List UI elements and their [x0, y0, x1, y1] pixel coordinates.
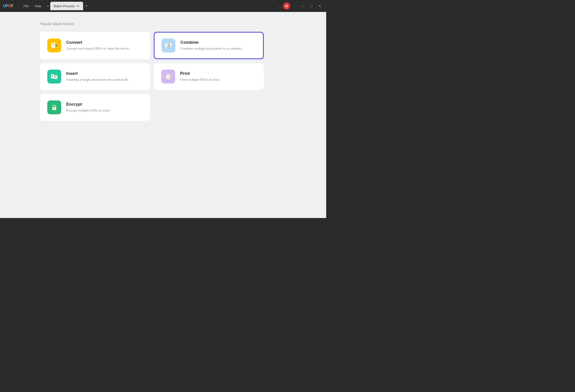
- logo-d: F: [11, 4, 13, 8]
- combine-text: Combine Combine multiple documents to a …: [180, 40, 256, 51]
- svg-rect-13: [167, 78, 169, 79]
- close-button[interactable]: ✕: [316, 3, 323, 9]
- print-desc: Print multiple PDFs at once.: [180, 78, 256, 82]
- menu-file[interactable]: File: [21, 3, 31, 9]
- combine-icon: [161, 39, 175, 52]
- svg-rect-16: [54, 108, 54, 109]
- tab-label: Batch Process: [54, 4, 75, 8]
- print-title: Print: [180, 71, 256, 76]
- titlebar-menu: File Help: [21, 3, 44, 9]
- titlebar: UPDF File Help ▾ Batch Process ✕ + … B —…: [0, 0, 326, 12]
- combine-card[interactable]: Combine Combine multiple documents to a …: [154, 32, 264, 59]
- convert-card[interactable]: Convert Convert and export PDFs to other…: [40, 32, 150, 59]
- encrypt-card[interactable]: Encrypt Encrypt multiple PDFs at once.: [40, 94, 150, 121]
- window-menu-dots[interactable]: …: [278, 4, 281, 8]
- svg-rect-3: [165, 43, 168, 47]
- new-tab-button[interactable]: +: [83, 2, 90, 10]
- encrypt-title: Encrypt: [66, 102, 142, 107]
- main-content: Popular Batch Actions Convert Convert an…: [0, 12, 326, 218]
- encrypt-text: Encrypt Encrypt multiple PDFs at once.: [66, 102, 142, 113]
- svg-point-12: [170, 77, 170, 77]
- svg-rect-8: [52, 76, 53, 77]
- svg-rect-2: [52, 44, 54, 45]
- svg-rect-10: [166, 74, 170, 76]
- insert-text: Insert Inserting a single document into …: [66, 71, 142, 82]
- tab-area: ▾ Batch Process ✕ +: [46, 2, 278, 10]
- svg-rect-6: [54, 75, 57, 79]
- app-logo: UPDF: [3, 4, 13, 8]
- convert-text: Convert Convert and export PDFs to other…: [66, 40, 142, 51]
- svg-rect-4: [169, 43, 172, 47]
- svg-rect-7: [52, 75, 53, 76]
- print-icon: [161, 70, 175, 84]
- encrypt-icon: [47, 100, 61, 114]
- maximize-button[interactable]: □: [309, 3, 314, 9]
- minimize-button[interactable]: —: [299, 3, 307, 9]
- svg-rect-1: [52, 44, 54, 44]
- logo-up: UP: [3, 4, 8, 8]
- insert-title: Insert: [66, 71, 142, 76]
- encrypt-desc: Encrypt multiple PDFs at once.: [66, 108, 142, 113]
- convert-icon: [47, 39, 61, 52]
- combine-desc: Combine multiple documents to a continuo…: [180, 46, 256, 51]
- batch-process-tab[interactable]: Batch Process ✕: [50, 2, 83, 10]
- convert-title: Convert: [66, 40, 142, 45]
- titlebar-divider: [18, 3, 19, 8]
- user-avatar[interactable]: B: [283, 2, 290, 9]
- insert-icon: [47, 70, 61, 84]
- combine-title: Combine: [180, 40, 256, 45]
- print-card[interactable]: Print Print multiple PDFs at once.: [154, 63, 264, 90]
- convert-desc: Convert and export PDFs to other file fo…: [66, 46, 142, 51]
- titlebar-divider-right: [295, 3, 295, 8]
- section-title: Popular Batch Actions: [40, 22, 286, 26]
- menu-help[interactable]: Help: [32, 3, 44, 9]
- logo-p: D: [8, 4, 11, 8]
- tab-close-button[interactable]: ✕: [77, 4, 80, 8]
- insert-card[interactable]: Insert Inserting a single document into …: [40, 63, 150, 90]
- print-text: Print Print multiple PDFs at once.: [180, 71, 256, 82]
- tab-dropdown-button[interactable]: ▾: [46, 3, 50, 9]
- titlebar-right: … B — □ ✕: [278, 2, 323, 9]
- actions-grid: Convert Convert and export PDFs to other…: [40, 32, 264, 121]
- insert-desc: Inserting a single document into several…: [66, 78, 142, 82]
